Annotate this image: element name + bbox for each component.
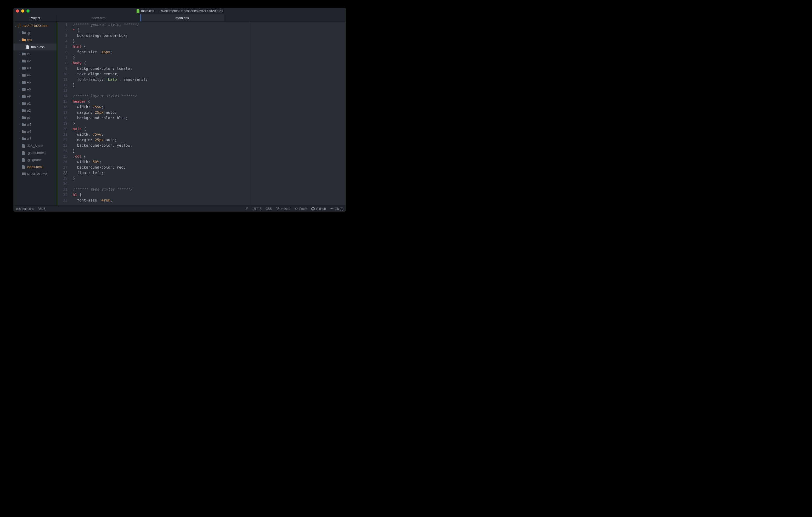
chevron-right-icon: › [19, 138, 21, 140]
sidebar-header[interactable]: Project [13, 14, 57, 22]
tree-item-label: .git [27, 31, 31, 35]
tree-item[interactable]: ›w5 [13, 121, 57, 128]
tree-item[interactable]: ⌄css [13, 36, 57, 43]
folder-icon [22, 52, 26, 56]
code-line[interactable]: header { [73, 99, 346, 104]
code-line[interactable]: width: 50%; [73, 159, 346, 165]
code-line[interactable]: } [73, 82, 346, 88]
code-line[interactable]: } [73, 176, 346, 181]
chevron-right-icon: › [19, 53, 21, 55]
code-line[interactable]: background-color: yellow; [73, 143, 346, 148]
tree-item[interactable]: ›.git [13, 29, 57, 36]
readme-icon [22, 172, 26, 176]
code-line[interactable]: } [73, 55, 346, 60]
tree-item[interactable]: .DS_Store [13, 142, 57, 149]
folder-icon [22, 101, 26, 105]
code-line[interactable] [73, 181, 346, 187]
tree-item[interactable]: index.html [13, 163, 57, 171]
code-line[interactable]: float: left; [73, 170, 346, 176]
code-line[interactable]: } [73, 148, 346, 154]
status-grammar[interactable]: CSS [265, 207, 272, 211]
code-line[interactable]: box-sizing: border-box; [73, 33, 346, 38]
code-line[interactable]: h1 { [73, 192, 346, 197]
code-line[interactable]: body { [73, 60, 346, 66]
folder-icon [22, 123, 26, 126]
code-line[interactable]: font-size: 4rem; [73, 197, 346, 203]
gutter[interactable]: 1234567891011121314151617181920212223242… [57, 22, 70, 206]
tab[interactable]: index.html [57, 14, 141, 22]
tree-item[interactable]: ›p1 [13, 100, 57, 107]
code-line[interactable]: width: 75vw; [73, 104, 346, 110]
code-line[interactable]: } [73, 121, 346, 126]
status-fetch[interactable]: Fetch [295, 207, 307, 211]
sidebar: Project ⌄avt217-fa20-tues›.git⌄cssmain.c… [13, 14, 57, 206]
tree-item-label: p1 [27, 101, 31, 105]
folder-icon [22, 31, 26, 35]
code-line[interactable]: text-align: center; [73, 71, 346, 77]
minimize-window-button[interactable] [21, 9, 24, 12]
code-line[interactable]: margin: 25px auto; [73, 137, 346, 143]
code-line[interactable]: main { [73, 126, 346, 132]
chevron-right-icon: › [19, 109, 21, 112]
tree-item[interactable]: README.md [13, 171, 57, 178]
code-line[interactable]: width: 75vw; [73, 132, 346, 137]
chevron-right-icon: › [19, 81, 21, 84]
tree-item[interactable]: ›p2 [13, 107, 57, 114]
code-line[interactable]: /****** layout styles ******/ [73, 93, 346, 99]
code-line[interactable]: html { [73, 44, 346, 50]
close-window-button[interactable] [16, 9, 19, 12]
tree-item[interactable]: ›e1 [13, 51, 57, 58]
tree-item[interactable]: ›e3 [13, 65, 57, 71]
code-line[interactable] [73, 88, 346, 93]
tree-root[interactable]: ⌄avt217-fa20-tues [13, 22, 57, 29]
status-github[interactable]: GitHub [311, 207, 326, 211]
tree-item-label: .gitignore [27, 158, 41, 162]
tree-item[interactable]: .gitignore [13, 156, 57, 163]
chevron-right-icon: › [19, 116, 21, 119]
code-line[interactable]: } [73, 38, 346, 44]
editor[interactable]: 1234567891011121314151617181920212223242… [57, 22, 346, 206]
maximize-window-button[interactable] [26, 9, 30, 12]
tree-item-label: p2 [27, 109, 31, 112]
code-line[interactable]: background-color: blue; [73, 115, 346, 121]
tree-item[interactable]: ›e6 [13, 86, 57, 93]
sync-icon [295, 207, 298, 210]
tree-item-label: css [27, 38, 32, 42]
code-line[interactable]: font-family: 'Lato', sans-serif; [73, 77, 346, 82]
status-git[interactable]: Git (2) [330, 207, 344, 211]
status-file-path[interactable]: css/main.css [16, 207, 34, 211]
file-icon [26, 45, 30, 49]
tree-item[interactable]: ›pt [13, 114, 57, 121]
tree-item-label: pt [27, 116, 30, 119]
tree-item[interactable]: ›e4 [13, 71, 57, 79]
tree-item[interactable]: main.css [13, 43, 57, 51]
tree-item[interactable]: ›e2 [13, 58, 57, 65]
status-branch[interactable]: master [276, 207, 291, 211]
traffic-lights [16, 9, 30, 12]
code-line[interactable]: margin: 25px auto; [73, 110, 346, 115]
tree-item[interactable]: ›w7 [13, 135, 57, 142]
code-area[interactable]: /****** general styles ******/* { box-si… [70, 22, 346, 206]
tree-item-label: main.css [31, 45, 45, 49]
github-icon [311, 207, 315, 210]
file-tree[interactable]: ⌄avt217-fa20-tues›.git⌄cssmain.css›e1›e2… [13, 22, 57, 206]
status-cursor[interactable]: 28:15 [38, 207, 46, 211]
tree-item[interactable]: .gitattributes [13, 149, 57, 156]
code-line[interactable]: /****** general styles ******/ [73, 22, 346, 27]
code-line[interactable]: background-color: red; [73, 165, 346, 170]
tab[interactable]: main.css [141, 14, 224, 22]
code-line[interactable]: .col { [73, 154, 346, 159]
file-icon [137, 9, 140, 13]
code-line[interactable]: /****** type styles ******/ [73, 187, 346, 192]
tree-item[interactable]: ›e9 [13, 93, 57, 100]
code-line[interactable]: font-size: 16px; [73, 50, 346, 55]
chevron-down-icon: ⌄ [14, 25, 17, 27]
status-encoding[interactable]: UTF-8 [253, 207, 261, 211]
code-line[interactable]: * { [73, 27, 346, 33]
editor-area: index.htmlmain.css 123456789101112131415… [57, 14, 346, 206]
code-line[interactable]: background-color: tomato; [73, 66, 346, 71]
status-line-ending[interactable]: LF [244, 207, 248, 211]
titlebar[interactable]: main.css — ~/Documents/Repositories/avt2… [13, 8, 346, 14]
tree-item[interactable]: ›w6 [13, 128, 57, 135]
tree-item[interactable]: ›e5 [13, 79, 57, 86]
